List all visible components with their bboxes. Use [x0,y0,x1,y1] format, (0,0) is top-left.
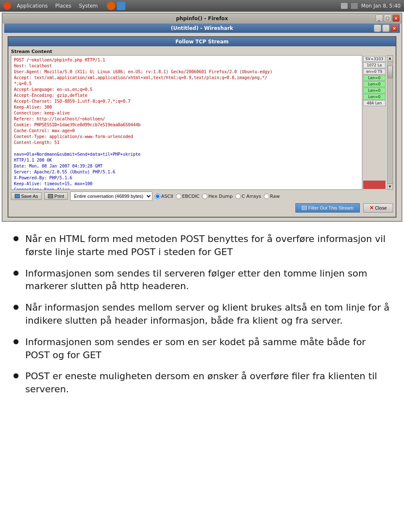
bullet-dot [13,236,19,241]
stream-line: Connection: keep-alive [14,110,390,116]
stream-line: Cookie: PHPSESSID=1dae39ce8d99ccb7e519ea… [14,122,390,128]
menu-places[interactable]: Places [53,2,73,10]
radio-hexdump[interactable]: Hex Dump [202,194,233,199]
panel-item-0: SV=3103 [363,56,385,62]
tcp-controls-row1: Save As Print Entire conversation (46899… [11,192,393,201]
tcp-footer: Filter Out This Stream ✕ Close [11,203,393,214]
stream-line: Date: Mon, 08 Jan 2007 04:39:28 GMT [14,163,390,169]
filter-out-stream-button[interactable]: Filter Out This Stream [295,203,359,213]
bullet-text-2: Når informasjon sendes mellom server og … [25,301,391,327]
stream-line: Accept-Language: en-us,en;q=0.5 [14,87,390,93]
panel-item-3: Len=0 [363,75,385,81]
wireshark-window: (Untitled) - Wireshark _ □ × Follow TCP … [4,24,400,218]
stream-line: Content-Type: application/x-www-form-url… [14,134,390,140]
radio-raw[interactable]: Raw [264,194,280,199]
scrollbar-track[interactable] [387,61,393,184]
desktop-taskbar: Applications Places System Mon Jan 8, 5:… [0,0,404,12]
bullet-item: Når en HTML form med metoden POST benytt… [13,233,391,259]
stream-line: Keep-Alive: 300 [14,104,390,110]
stream-line: Accept-Encoding: gzip,deflate [14,93,390,98]
stream-lines: POST /~okolloen/phpinfo.php HTTP/1.1Host… [14,57,390,190]
panel-scroll-area [363,106,385,189]
stream-line: Keep-Alive: timeout=15, max=100 [14,181,390,187]
wireshark-icon [117,2,125,10]
volume-icon [341,3,348,9]
tcp-title: Follow TCP Stream [175,39,229,45]
stream-line: HTTP/1.1 200 OK [14,157,390,163]
scrollbar-thumb[interactable] [388,66,393,78]
stream-line: Accept-Charset: ISO-8859-1,utf-8;q=0.7,*… [14,98,390,104]
scroll-up-btn[interactable]: ▲ [388,56,393,61]
stream-line: Content-Length: 51 [14,140,390,146]
bullet-text-3: Informasjonen som sendes er som en ser k… [25,336,391,362]
panel-scroll-thumb[interactable] [363,181,385,189]
print-button[interactable]: Print [44,192,68,200]
firefox-titlebar: phpinfo() - Firefox _ □ × [3,13,401,24]
radio-ascii[interactable]: ASCII [155,194,173,199]
stream-line: X-Powered-By: PHP/5.1.6 [14,175,390,181]
print-icon [48,194,53,198]
encoding-radio-group: ASCII EBCDIC Hex Dump C Arrays Raw [155,194,280,199]
firefox-minimize-btn[interactable]: _ [375,14,383,22]
stream-line: Accept: text/xml,application/xml,applica… [14,75,390,81]
bullet-item: Informasjonen som sendes er som en ser k… [13,336,391,362]
stream-line: navn=Ola+Nordmann&submit=Send+data+til+P… [14,152,390,157]
stream-line: Host: localhost [14,63,390,69]
firefox-maximize-btn[interactable]: □ [384,14,391,22]
stream-line: Cache-Control: max-age=0 [14,128,390,134]
firefox-window: phpinfo() - Firefox _ □ × (Untitled) - W… [2,13,402,222]
stream-scrollbar[interactable]: ▲ ▼ [387,56,393,189]
stream-content-container: POST /~okolloen/phpinfo.php HTTP/1.1Host… [11,55,393,190]
firefox-close-btn[interactable]: × [392,14,400,22]
battery-icon [351,3,358,9]
menu-system[interactable]: System [77,2,99,10]
panel-item-2: en=0 TS [363,69,385,74]
bullet-list: Når en HTML form med metoden POST benytt… [13,233,391,396]
panel-item-5: Len=0 [363,88,385,93]
bullet-dot [13,271,19,276]
ubuntu-icon [3,2,11,10]
ws-minimize-btn[interactable]: _ [374,24,381,32]
clock: Mon Jan 8, 5:40 [361,3,401,9]
bullet-dot [13,305,19,310]
stream-line [14,146,390,152]
bullet-dot [13,339,19,344]
wireshark-titlebar: (Untitled) - Wireshark _ □ × [4,24,400,33]
wireshark-wm-buttons: _ □ × [374,24,398,32]
panel-item-7: 484 Len [363,100,385,106]
bullet-dot [13,373,19,378]
stream-content-box[interactable]: POST /~okolloen/phpinfo.php HTTP/1.1Host… [11,55,393,190]
radio-ebcdic[interactable]: EBCDIC [176,194,199,199]
tcp-content: Stream Content POST /~okolloen/phpinfo.p… [8,46,396,217]
main-content: Når en HTML form med metoden POST benytt… [0,223,404,410]
taskbar-right: Mon Jan 8, 5:40 [341,3,401,9]
stream-line: *;q=0.5 [14,81,390,87]
stream-line: Connection: Keep-Alive [14,187,390,190]
tcp-stream-dialog: Follow TCP Stream Stream Content POST /~… [8,36,396,218]
radio-carrays[interactable]: C Arrays [235,194,261,199]
stream-line: Server: Apache/2.0.55 (Ubuntu) PHP/5.1.6 [14,169,390,175]
bullet-item: Informasjonen som sendes til serveren fø… [13,267,391,293]
ws-close-btn[interactable]: × [391,24,398,32]
conversation-select[interactable]: Entire conversation (46899 bytes) [70,192,152,201]
bullet-item: POST er eneste muligheten dersom en ønsk… [13,370,391,396]
save-as-button[interactable]: Save As [11,192,42,200]
panel-item-4: Len=0 [363,81,385,87]
close-button[interactable]: ✕ Close [363,203,393,213]
firefox-title: phpinfo() - Firefox [176,16,228,21]
bullet-text-0: Når en HTML form med metoden POST benytt… [25,233,391,259]
firefox-icon [107,2,115,10]
ws-maximize-btn[interactable]: □ [382,24,390,32]
stream-line: User-Agent: Mozilla/5.0 (X11; U; Linux i… [14,69,390,75]
stream-line: Referer: http://localhost/~okolloen/ [14,116,390,122]
firefox-wm-buttons: _ □ × [375,14,400,22]
bullet-item: Når informasjon sendes mellom server og … [13,301,391,327]
close-icon: ✕ [369,205,374,211]
stream-content-label: Stream Content [11,49,393,54]
menu-applications[interactable]: Applications [15,2,49,10]
stream-line: POST /~okolloen/phpinfo.php HTTP/1.1 [14,57,390,63]
taskbar-left: Applications Places System [3,2,125,10]
wireshark-title: (Untitled) - Wireshark [171,25,233,31]
save-icon [15,194,20,198]
scroll-down-btn[interactable]: ▼ [388,184,393,189]
